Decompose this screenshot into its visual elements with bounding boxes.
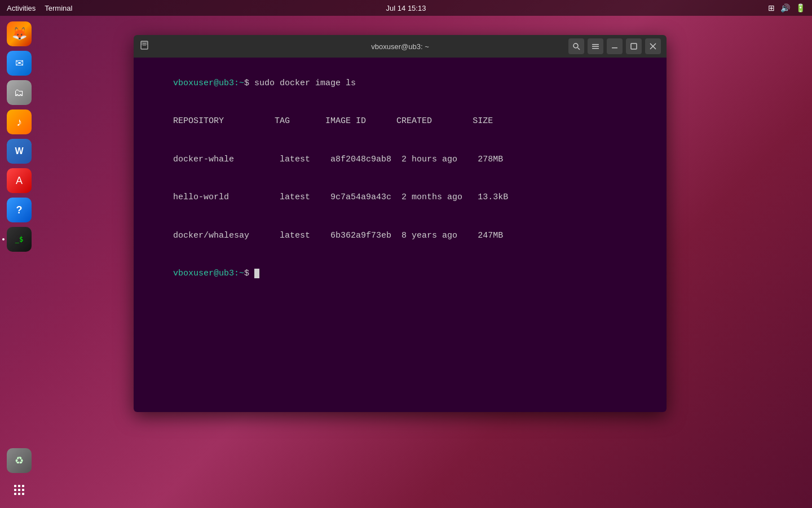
svg-rect-3 xyxy=(14,489,16,491)
search-button[interactable] xyxy=(568,38,584,54)
top-bar-left: Activities Terminal xyxy=(7,4,72,12)
table-row-2: hello-world latest 9c7a54a9a43c 2 months… xyxy=(143,179,657,217)
close-button[interactable] xyxy=(645,38,661,54)
dock-item-writer[interactable]: W xyxy=(7,139,32,164)
dock-item-files[interactable]: 🗂 xyxy=(7,80,32,105)
terminal-content[interactable]: vboxuser@ub3:~$ sudo docker image ls REP… xyxy=(134,58,667,412)
second-prompt-dollar: $ xyxy=(244,269,254,278)
svg-rect-1 xyxy=(18,485,20,487)
grid-icon xyxy=(12,483,26,497)
svg-rect-15 xyxy=(592,44,599,45)
prompt-dollar: $ xyxy=(244,78,254,88)
row3-repository: docker/whalesay xyxy=(173,231,280,240)
dock-item-appstore[interactable]: A xyxy=(7,168,32,193)
row3-created: 8 years ago xyxy=(401,231,478,240)
row3-size: 247MB xyxy=(478,231,503,240)
svg-rect-17 xyxy=(592,48,599,49)
dock-item-trash[interactable]: ♻ xyxy=(7,448,32,473)
dock-grid-button[interactable] xyxy=(7,478,32,502)
battery-icon[interactable]: 🔋 xyxy=(796,3,805,12)
svg-rect-19 xyxy=(631,43,637,49)
dock-item-firefox[interactable]: 🦊 xyxy=(7,21,32,46)
row2-size: 13.3kB xyxy=(478,192,508,202)
titlebar-left xyxy=(139,40,149,52)
svg-line-14 xyxy=(578,48,580,50)
top-bar-clock: Jul 14 15:13 xyxy=(386,4,426,12)
activities-label[interactable]: Activities xyxy=(7,4,36,12)
top-bar-right: ⊞ 🔊 🔋 xyxy=(768,3,805,12)
col-repository: REPOSITORY xyxy=(173,116,275,126)
col-image-id: IMAGE ID xyxy=(325,116,396,126)
table-row-1: docker-whale latest a8f2048c9ab8 2 hours… xyxy=(143,141,657,179)
dock-item-help[interactable]: ? xyxy=(7,198,32,222)
titlebar-controls xyxy=(568,38,661,54)
col-tag: TAG xyxy=(275,116,325,126)
prompt-user: vboxuser@ub3 xyxy=(173,78,234,88)
table-header-row: REPOSITORY TAG IMAGE ID CREATED SIZE xyxy=(143,103,657,141)
svg-rect-2 xyxy=(22,485,24,487)
svg-rect-4 xyxy=(18,489,20,491)
terminal-titlebar: vboxuser@ub3: ~ xyxy=(134,35,667,58)
prompt-path: :~ xyxy=(234,78,244,88)
command-line: vboxuser@ub3:~$ sudo docker image ls xyxy=(143,64,657,103)
svg-rect-0 xyxy=(14,485,16,487)
second-prompt-user: vboxuser@ub3 xyxy=(173,269,234,278)
second-prompt-path: :~ xyxy=(234,269,244,278)
row1-created: 2 hours ago xyxy=(401,155,478,164)
svg-rect-6 xyxy=(14,493,16,495)
row2-tag: latest xyxy=(280,192,330,202)
svg-rect-16 xyxy=(592,46,599,47)
svg-rect-5 xyxy=(22,489,24,491)
svg-rect-7 xyxy=(18,493,20,495)
dock-item-email[interactable]: ✉ xyxy=(7,51,32,76)
network-icon[interactable]: ⊞ xyxy=(768,3,775,12)
terminal-label[interactable]: Terminal xyxy=(45,4,72,12)
row3-tag: latest xyxy=(280,231,330,240)
command-text: sudo docker image ls xyxy=(254,78,356,88)
row1-size: 278MB xyxy=(478,155,503,164)
terminal-window: vboxuser@ub3: ~ xyxy=(134,35,667,412)
row1-repository: docker-whale xyxy=(173,155,280,164)
row2-created: 2 months ago xyxy=(401,192,478,202)
cursor xyxy=(254,269,259,278)
minimize-button[interactable] xyxy=(607,38,623,54)
row1-image-id: a8f2048c9ab8 xyxy=(330,155,401,164)
dock: 🦊 ✉ 🗂 ♪ W A ? _$ ♻ xyxy=(0,16,38,508)
svg-rect-8 xyxy=(22,493,24,495)
dock-item-music[interactable]: ♪ xyxy=(7,110,32,134)
sound-icon[interactable]: 🔊 xyxy=(780,3,790,12)
terminal-title: vboxuser@ub3: ~ xyxy=(371,42,429,51)
col-size: SIZE xyxy=(473,116,493,126)
row1-tag: latest xyxy=(280,155,330,164)
col-created: CREATED xyxy=(396,116,473,126)
row3-image-id: 6b362a9f73eb xyxy=(330,231,401,240)
top-bar: Activities Terminal Jul 14 15:13 ⊞ 🔊 🔋 xyxy=(0,0,812,16)
svg-rect-18 xyxy=(612,47,617,49)
svg-point-13 xyxy=(573,43,578,48)
bookmark-icon xyxy=(139,40,149,52)
table-row-3: docker/whalesay latest 6b362a9f73eb 8 ye… xyxy=(143,217,657,255)
maximize-button[interactable] xyxy=(626,38,642,54)
row2-repository: hello-world xyxy=(173,192,280,202)
menu-button[interactable] xyxy=(588,38,603,54)
second-prompt-line: vboxuser@ub3:~$ xyxy=(143,255,657,294)
row2-image-id: 9c7a54a9a43c xyxy=(330,192,401,202)
dock-item-terminal[interactable]: _$ xyxy=(7,227,32,252)
